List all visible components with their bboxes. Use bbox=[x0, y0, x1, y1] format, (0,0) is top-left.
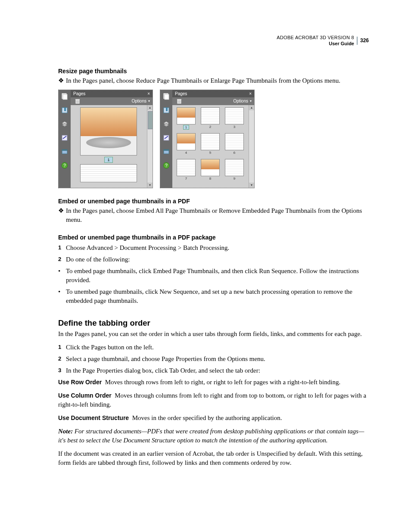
header-product: ADOBE ACROBAT 3D VERSION 8 bbox=[277, 34, 354, 40]
page-label[interactable]: 3 bbox=[232, 125, 237, 129]
layers-icon[interactable] bbox=[162, 120, 170, 128]
page-label[interactable]: 4 bbox=[184, 151, 189, 155]
page-label[interactable]: 6 bbox=[232, 151, 237, 155]
close-icon[interactable]: × bbox=[249, 91, 252, 96]
page-thumbnail[interactable] bbox=[225, 159, 243, 176]
embed-pdf-text: In the Pages panel, choose Embed All Pag… bbox=[66, 206, 369, 224]
svg-rect-21 bbox=[164, 149, 169, 151]
panel-title: Pages bbox=[73, 91, 85, 96]
step-number: 1 bbox=[58, 243, 66, 252]
nav-rail: ? bbox=[160, 90, 172, 188]
header-subtitle: User Guide bbox=[277, 40, 354, 47]
pkg-bullet2: To unembed page thumbnails, click New Se… bbox=[66, 287, 369, 305]
tab-step3: In the Page Properties dialog box, click… bbox=[66, 366, 260, 375]
page-thumbnail[interactable] bbox=[201, 134, 219, 150]
attachments-icon[interactable] bbox=[61, 148, 68, 156]
pkg-step1: Choose Advanced > Document Processing > … bbox=[66, 243, 229, 252]
diamond-icon: ❖ bbox=[58, 76, 66, 85]
bookmarks-icon[interactable] bbox=[61, 106, 68, 114]
bullet-icon: • bbox=[58, 267, 66, 285]
scroll-down-icon[interactable]: ▾ bbox=[147, 183, 153, 188]
scrollbar[interactable]: ▴ ▾ bbox=[147, 105, 153, 188]
nav-rail: ? bbox=[59, 90, 71, 188]
page-label[interactable]: 1 bbox=[183, 125, 189, 130]
pkg-step2: Do one of the following: bbox=[66, 255, 130, 264]
page-label[interactable]: 9 bbox=[232, 177, 237, 180]
svg-text:?: ? bbox=[63, 163, 66, 168]
bookmarks-icon[interactable] bbox=[162, 106, 170, 114]
pkg-bullet1: To embed page thumbnails, click Embed Pa… bbox=[66, 267, 369, 285]
pages-icon[interactable] bbox=[61, 93, 68, 100]
attachments-icon[interactable] bbox=[162, 148, 170, 156]
pages-panel-small: ? Pages × Options ▾ 1 2 3 4 bbox=[160, 90, 255, 188]
page-thumbnail[interactable] bbox=[225, 108, 243, 124]
page-label[interactable]: 7 bbox=[184, 177, 189, 180]
chevron-down-icon[interactable]: ▾ bbox=[148, 99, 150, 103]
svg-rect-12 bbox=[75, 99, 80, 100]
page-thumbnail[interactable] bbox=[225, 134, 243, 150]
page-thumbnail[interactable] bbox=[201, 108, 219, 124]
page-label[interactable]: 2 bbox=[208, 125, 213, 129]
row-order-text: Moves through rows from left to right, o… bbox=[105, 379, 341, 386]
pages-panel-figure: ? Pages × Options ▾ 1 bbox=[58, 90, 369, 188]
step-number: 2 bbox=[58, 355, 66, 364]
tab-step1: Click the Pages button on the left. bbox=[66, 343, 154, 352]
heading-resize: Resize page thumbnails bbox=[58, 68, 369, 75]
options-menu[interactable]: Options bbox=[132, 99, 146, 103]
row-order-label: Use Row Order bbox=[58, 379, 102, 386]
doc-structure-label: Use Document Structure bbox=[58, 414, 129, 421]
pages-panel-large: ? Pages × Options ▾ 1 bbox=[58, 90, 153, 188]
svg-text:?: ? bbox=[165, 163, 168, 168]
note-label: Note: bbox=[58, 428, 73, 435]
doc-structure-text: Moves in the order specified by the auth… bbox=[132, 414, 282, 421]
chevron-down-icon[interactable]: ▾ bbox=[250, 99, 252, 103]
heading-embed-pkg: Embed or unembed page thumbnails in a PD… bbox=[58, 234, 369, 241]
col-order-label: Use Column Order bbox=[58, 392, 112, 399]
step-number: 1 bbox=[58, 343, 66, 352]
scroll-up-icon[interactable]: ▴ bbox=[249, 105, 254, 110]
trash-icon[interactable] bbox=[75, 99, 80, 104]
page-thumbnail[interactable] bbox=[81, 108, 137, 155]
panel-title: Pages bbox=[175, 91, 187, 96]
page-label-1[interactable]: 1 bbox=[104, 157, 112, 163]
resize-text: In the Pages panel, choose Reduce Page T… bbox=[66, 76, 340, 85]
page-thumbnail[interactable] bbox=[177, 108, 195, 124]
svg-rect-11 bbox=[76, 100, 79, 103]
svg-rect-24 bbox=[177, 100, 181, 103]
options-menu[interactable]: Options bbox=[234, 99, 248, 103]
trash-icon[interactable] bbox=[177, 99, 182, 104]
svg-rect-8 bbox=[62, 149, 67, 151]
svg-rect-25 bbox=[177, 99, 181, 100]
scroll-down-icon[interactable]: ▾ bbox=[249, 183, 254, 188]
scroll-thumb[interactable] bbox=[148, 111, 153, 129]
signatures-icon[interactable] bbox=[61, 134, 68, 142]
svg-rect-16 bbox=[166, 108, 168, 111]
close-icon[interactable]: × bbox=[147, 91, 150, 96]
page-thumbnail[interactable] bbox=[201, 159, 219, 176]
tabbing-final: If the document was created in an earlie… bbox=[58, 449, 369, 467]
page-thumbnail[interactable] bbox=[177, 134, 195, 150]
pages-icon[interactable] bbox=[162, 93, 170, 100]
note-text: For structured documents—PDFs that were … bbox=[58, 428, 364, 444]
scroll-up-icon[interactable]: ▴ bbox=[147, 105, 153, 110]
tabbing-intro: In the Pages panel, you can set the orde… bbox=[58, 330, 369, 339]
page-label[interactable]: 5 bbox=[208, 151, 213, 155]
page-thumbnail[interactable] bbox=[81, 165, 137, 182]
page-number: 326 bbox=[357, 37, 369, 45]
help-icon[interactable]: ? bbox=[162, 162, 170, 169]
step-number: 3 bbox=[58, 366, 66, 375]
signatures-icon[interactable] bbox=[162, 134, 170, 142]
diamond-icon: ❖ bbox=[58, 206, 66, 224]
bullet-icon: • bbox=[58, 287, 66, 305]
tab-step2: Select a page thumbnail, and choose Page… bbox=[66, 355, 265, 364]
page-label[interactable]: 8 bbox=[208, 177, 213, 180]
heading-tabbing: Define the tabbing order bbox=[58, 318, 369, 328]
page-header: ADOBE ACROBAT 3D VERSION 8 User Guide 32… bbox=[58, 34, 369, 47]
svg-rect-3 bbox=[64, 108, 66, 111]
help-icon[interactable]: ? bbox=[61, 162, 68, 169]
scrollbar[interactable]: ▴ ▾ bbox=[249, 105, 254, 188]
svg-rect-1 bbox=[63, 94, 67, 100]
step-number: 2 bbox=[58, 255, 66, 264]
layers-icon[interactable] bbox=[61, 120, 68, 128]
page-thumbnail[interactable] bbox=[177, 159, 195, 176]
